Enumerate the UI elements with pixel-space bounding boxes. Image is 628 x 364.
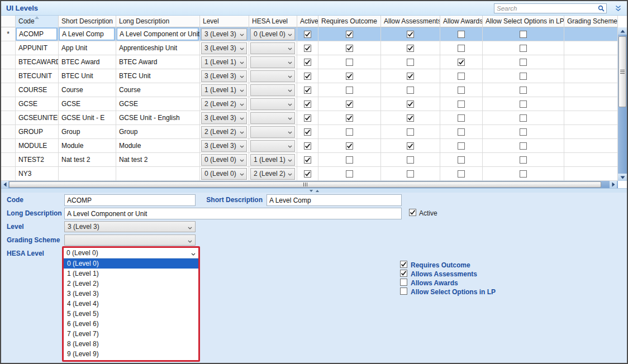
cell-allow-assessments-checkbox[interactable]	[407, 100, 414, 108]
cell-grading-scheme[interactable]	[564, 167, 618, 180]
row-selector-cell[interactable]	[1, 153, 16, 166]
cell-requires-outcome-checkbox[interactable]	[346, 59, 353, 66]
cell-allow-awards-checkbox[interactable]	[458, 142, 465, 150]
column-header-long-description[interactable]: Long Description	[116, 16, 200, 27]
hesa-level-combobox[interactable]: 0 (Level 0)	[64, 248, 198, 258]
cell-hesa-level-combobox[interactable]: 1 (Level 1)	[250, 154, 295, 166]
allow-select-options-checkbox[interactable]	[400, 288, 407, 295]
cell-allow-assessments-checkbox[interactable]	[407, 114, 414, 122]
hesa-level-option[interactable]: 3 (Level 3)	[64, 289, 198, 299]
hesa-level-option[interactable]: 4 (Level 4)	[64, 299, 198, 309]
requires-outcome-checkbox[interactable]	[400, 261, 407, 268]
cell-short-description[interactable]: BTEC Award	[59, 55, 116, 69]
cell-code[interactable]: BTECUNIT	[16, 69, 59, 83]
cell-grading-scheme[interactable]	[564, 97, 618, 111]
cell-allow-assessments-checkbox[interactable]	[407, 87, 414, 94]
cell-active-checkbox[interactable]	[304, 142, 311, 150]
cell-long-description[interactable]: A Level Component or Unit	[116, 27, 200, 41]
cell-active-checkbox[interactable]	[304, 128, 311, 136]
cell-allow-assessments-checkbox[interactable]	[407, 170, 414, 178]
row-selector-cell[interactable]	[1, 83, 16, 97]
cell-active-checkbox[interactable]	[304, 100, 311, 108]
column-header-grading-scheme[interactable]: Grading Scheme	[564, 16, 618, 27]
cell-allow-select-options-checkbox[interactable]	[520, 87, 527, 94]
cell-level-combobox[interactable]: 3 (Level 3)	[201, 28, 247, 40]
table-row[interactable]: BTECAWARDBTEC AwardBTEC Award1 (Level 1)	[1, 55, 618, 69]
table-row[interactable]: NTEST2Nat test 2Nat test 20 (Level 0)1 (…	[1, 153, 618, 167]
cell-active-checkbox[interactable]	[304, 73, 311, 80]
cell-code[interactable]: COURSE	[16, 83, 59, 97]
cell-allow-assessments-checkbox[interactable]	[407, 59, 414, 66]
cell-level-combobox[interactable]: 0 (Level 0)	[201, 154, 247, 166]
table-row[interactable]: MODULEModuleModule3 (Level 3)	[1, 139, 618, 153]
cell-allow-assessments-checkbox[interactable]	[407, 45, 414, 52]
cell-hesa-level-combobox[interactable]: 0 (Level 0)	[250, 28, 295, 40]
cell-long-description[interactable]: Module	[116, 139, 200, 152]
cell-long-description[interactable]: BTEC Award	[116, 55, 200, 69]
cell-allow-awards-checkbox[interactable]	[458, 45, 465, 52]
cell-long-description[interactable]: GCSE Unit - English	[116, 111, 200, 124]
splitter-handle[interactable]	[1, 188, 627, 193]
cell-grading-scheme[interactable]	[564, 27, 618, 41]
cell-short-description[interactable]: GCSE Unit - E	[59, 111, 116, 124]
cell-allow-awards-checkbox[interactable]	[458, 59, 465, 66]
table-row[interactable]: GCSEUNITENGCSE Unit - EGCSE Unit - Engli…	[1, 111, 618, 125]
column-header-active[interactable]: Active	[297, 16, 318, 27]
cell-hesa-level-combobox[interactable]	[250, 84, 295, 96]
collapse-double-chevron-icon[interactable]	[613, 4, 622, 12]
cell-short-description[interactable]: Nat test 2	[59, 153, 116, 166]
grading-scheme-combobox[interactable]	[64, 234, 196, 246]
vertical-scrollbar[interactable]	[618, 27, 627, 181]
table-row[interactable]: *ACOMPA Level CompA Level Component or U…	[1, 27, 618, 41]
cell-code[interactable]: GROUP	[16, 125, 59, 138]
cell-allow-select-options-checkbox[interactable]	[520, 156, 527, 164]
cell-long-description[interactable]: Nat test 2	[116, 153, 200, 166]
cell-code[interactable]: MODULE	[16, 139, 59, 152]
column-header-hesa-level[interactable]: HESA Level	[249, 16, 297, 27]
cell-allow-select-options-checkbox[interactable]	[520, 59, 527, 66]
cell-allow-assessments-checkbox[interactable]	[407, 156, 414, 164]
column-header-level[interactable]: Level	[200, 16, 249, 27]
cell-allow-awards-checkbox[interactable]	[458, 100, 465, 108]
cell-active-checkbox[interactable]	[304, 31, 311, 38]
cell-allow-assessments-checkbox[interactable]	[407, 128, 414, 136]
cell-requires-outcome-checkbox[interactable]	[346, 45, 353, 52]
cell-allow-select-options-checkbox[interactable]	[520, 100, 527, 108]
cell-grading-scheme[interactable]	[564, 69, 618, 83]
scroll-left-button[interactable]	[1, 181, 8, 188]
cell-requires-outcome-checkbox[interactable]	[346, 156, 353, 164]
allows-awards-checkbox[interactable]	[400, 279, 407, 286]
cell-level-combobox[interactable]: 3 (Level 3)	[201, 42, 247, 54]
cell-active-checkbox[interactable]	[304, 59, 311, 66]
level-combobox[interactable]: 3 (Level 3)	[64, 221, 196, 232]
code-field[interactable]	[64, 194, 196, 206]
cell-allow-awards-checkbox[interactable]	[458, 114, 465, 122]
cell-short-description[interactable]: Group	[59, 125, 116, 138]
cell-allow-select-options-checkbox[interactable]	[520, 128, 527, 136]
cell-requires-outcome-checkbox[interactable]	[346, 128, 353, 136]
cell-allow-select-options-checkbox[interactable]	[520, 170, 527, 178]
cell-short-description[interactable]	[59, 167, 116, 180]
cell-active-checkbox[interactable]	[304, 87, 311, 94]
row-selector-cell[interactable]	[1, 69, 16, 83]
hesa-level-option[interactable]: 0 (Level 0)	[64, 258, 198, 269]
horizontal-scrollbar[interactable]	[1, 181, 618, 188]
cell-code[interactable]: BTECAWARD	[16, 55, 59, 69]
hesa-level-option[interactable]: 6 (Level 6)	[64, 319, 198, 329]
hesa-level-option[interactable]: 9 (Level 9)	[64, 349, 198, 359]
cell-hesa-level-combobox[interactable]	[250, 126, 295, 138]
cell-active-checkbox[interactable]	[304, 45, 311, 52]
cell-allow-awards-checkbox[interactable]	[458, 87, 465, 94]
cell-requires-outcome-checkbox[interactable]	[346, 142, 353, 150]
search-icon[interactable]	[596, 5, 606, 12]
cell-grading-scheme[interactable]	[564, 139, 618, 152]
scroll-up-button[interactable]	[618, 27, 627, 35]
row-selector-cell[interactable]	[1, 125, 16, 138]
scroll-down-button[interactable]	[618, 174, 627, 181]
cell-requires-outcome-checkbox[interactable]	[346, 87, 353, 94]
cell-long-description[interactable]: Apprenticeship Unit	[116, 41, 200, 55]
cell-hesa-level-combobox[interactable]	[250, 140, 295, 152]
cell-grading-scheme[interactable]	[564, 83, 618, 97]
cell-grading-scheme[interactable]	[564, 125, 618, 138]
cell-hesa-level-combobox[interactable]	[250, 42, 295, 54]
